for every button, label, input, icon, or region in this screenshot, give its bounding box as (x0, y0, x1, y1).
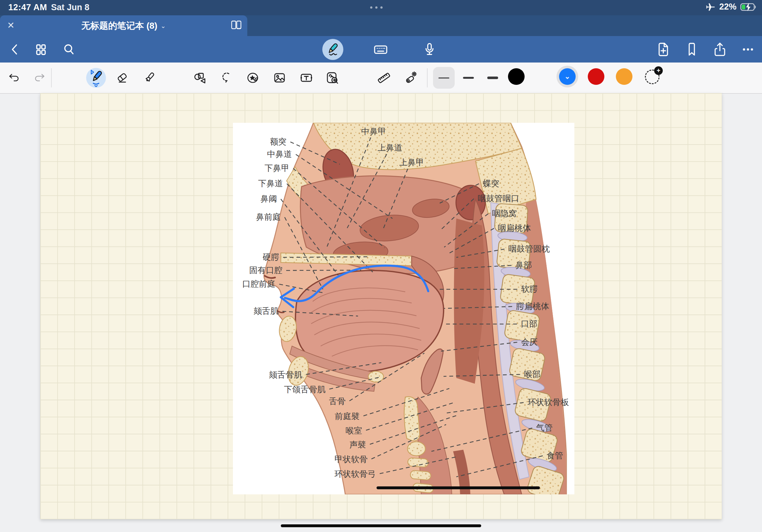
figure-label: 甲状软骨 (335, 454, 368, 464)
pen-mode-icon[interactable] (322, 39, 343, 60)
color-swatch-orange[interactable] (616, 68, 633, 85)
status-time: 12:47 AM (8, 3, 47, 13)
ruler-tool-button[interactable] (377, 71, 391, 85)
figure-label: 上鼻甲 (399, 158, 424, 167)
highlighter-tool-button[interactable] (142, 71, 156, 85)
figure-label: 腭扁桃体 (516, 301, 549, 311)
figure-label: 颏舌骨肌 (269, 370, 302, 379)
figure-label: 环状软骨板 (527, 397, 569, 407)
figure-label: 下鼻甲 (265, 163, 289, 173)
home-indicator[interactable] (281, 524, 481, 527)
tab-title[interactable]: 无标题的笔记本 (8) (81, 20, 157, 32)
elements-zoom-tool-button[interactable] (325, 71, 339, 85)
sticker-tool-button[interactable] (246, 71, 260, 85)
figure-label: 喉室 (345, 426, 362, 435)
figure-label: 硬腭 (263, 252, 279, 262)
more-ellipsis-icon[interactable] (739, 36, 757, 62)
figure-label: 下颌舌骨肌 (284, 385, 326, 394)
thickness-thin-button[interactable] (433, 67, 455, 89)
eraser-tool-button[interactable] (115, 71, 129, 85)
thickness-medium-button[interactable] (461, 71, 476, 85)
airplane-mode-icon (706, 2, 716, 12)
figure-label: 会厌 (521, 337, 538, 347)
figure-label: 中鼻道 (267, 149, 292, 159)
toolbar: ⌄ + (0, 62, 762, 94)
color-swatch-black[interactable] (508, 68, 525, 85)
figure-label: 口腔前庭 (242, 279, 275, 289)
anatomy-image[interactable]: 额突中鼻道下鼻甲下鼻道鼻阈鼻前庭硬腭固有口腔口腔前庭颏舌肌颏舌骨肌下颌舌骨肌舌骨… (233, 123, 574, 495)
image-tool-button[interactable] (272, 71, 286, 85)
figure-label: 咽扁桃体 (498, 223, 531, 233)
status-date: Sat Jun 8 (51, 3, 89, 13)
figure-label: 额突 (270, 137, 286, 146)
figure-label: 声襞 (349, 440, 366, 449)
tab-title-chevron-icon[interactable]: ⌄ (161, 22, 166, 30)
pen-tool-button[interactable] (86, 68, 106, 88)
figure-label: 舌骨 (329, 396, 345, 406)
figure-label: 咽鼓管咽口 (478, 194, 519, 203)
battery-charging-icon (740, 2, 757, 12)
app-screen: 12:47 AM Sat Jun 8 22% ✕ 无标题的笔记本 (8) ⌄ (0, 0, 762, 532)
figure-label: 软腭 (521, 284, 538, 294)
nav-bar (0, 36, 762, 62)
lasso-tool-button[interactable] (219, 71, 234, 85)
add-color-plus-badge[interactable]: + (654, 66, 663, 75)
microphone-icon[interactable] (420, 36, 438, 62)
notebook-tab[interactable]: ✕ 无标题的笔记本 (8) ⌄ (0, 15, 247, 36)
figure-label: 鼻部 (515, 260, 532, 270)
thumbnails-grid-icon[interactable] (32, 36, 50, 62)
figure-label: 环状软骨弓 (335, 469, 376, 479)
keyboard-icon[interactable] (372, 36, 390, 62)
battery-percent: 22% (719, 2, 736, 12)
search-icon[interactable] (60, 36, 78, 62)
thickness-thick-button[interactable] (486, 71, 500, 85)
figure-label: 鼻阈 (261, 194, 277, 204)
figure-label: 气管 (536, 423, 553, 432)
figure-label: 食管 (547, 451, 563, 460)
status-bar: 12:47 AM Sat Jun 8 22% (0, 0, 762, 15)
figure-label: 上鼻道 (377, 143, 402, 153)
redo-button[interactable] (32, 71, 46, 85)
add-page-icon[interactable] (654, 36, 672, 62)
figure-label: 口部 (521, 319, 537, 328)
figure-label: 蝶突 (483, 179, 499, 188)
figure-label: 咽隐窝 (492, 209, 517, 218)
selected-color-chevron-icon: ⌄ (565, 72, 570, 81)
color-swatch-blue-selected[interactable]: ⌄ (557, 66, 578, 87)
figure-label: 前庭襞 (335, 412, 360, 421)
figure-label: 颏舌肌 (254, 306, 278, 316)
figure-label: 中鼻甲 (361, 127, 386, 136)
figure-label: 鼻前庭 (256, 212, 281, 222)
text-tool-button[interactable] (299, 71, 313, 85)
figure-label: 喉部 (524, 369, 541, 379)
bookmark-icon[interactable] (683, 36, 701, 62)
color-swatch-red[interactable] (588, 68, 604, 85)
tab-bar: ✕ 无标题的笔记本 (8) ⌄ (0, 15, 762, 36)
tab-overview-icon[interactable] (229, 19, 244, 32)
figure-label: 下鼻道 (258, 179, 283, 188)
back-icon[interactable] (6, 36, 24, 62)
undo-button[interactable] (7, 71, 21, 85)
figure-label: 固有口腔 (249, 265, 282, 275)
toolbar-divider (51, 68, 52, 87)
laser-pointer-tool-button[interactable] (404, 71, 418, 85)
figure-scale-bar (377, 486, 540, 489)
figure-label: 咽鼓管圆枕 (508, 244, 550, 253)
share-icon[interactable] (711, 36, 729, 62)
shapes-tool-button[interactable] (193, 71, 207, 85)
toolbar-divider (427, 68, 427, 87)
multitask-dots-icon (370, 6, 383, 9)
